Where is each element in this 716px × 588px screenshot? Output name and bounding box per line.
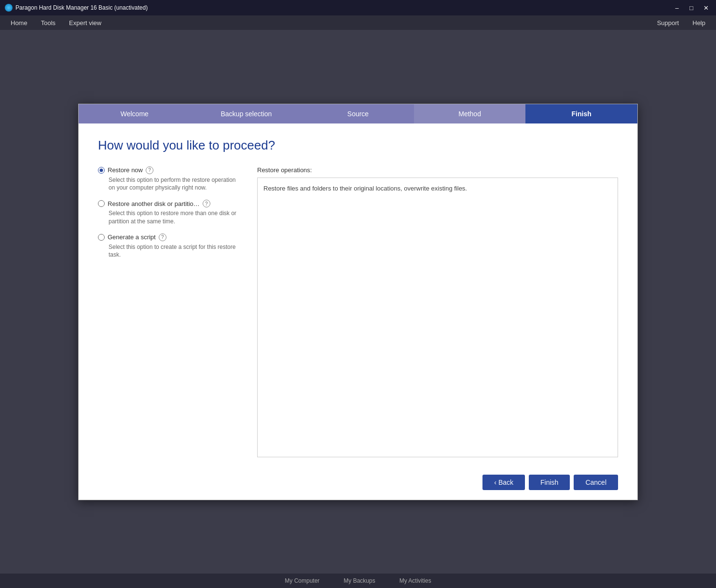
help-generate-script[interactable]: ? bbox=[159, 233, 166, 241]
option-row-restore-another: Restore another disk or partitio… ? bbox=[98, 200, 243, 207]
dialog-body: Restore now ? Select this option to perf… bbox=[98, 166, 618, 457]
radio-generate-script[interactable] bbox=[98, 234, 105, 241]
cancel-button[interactable]: Cancel bbox=[574, 475, 618, 490]
options-panel: Restore now ? Select this option to perf… bbox=[98, 166, 243, 457]
help-restore-now[interactable]: ? bbox=[146, 166, 153, 174]
app-icon bbox=[5, 4, 13, 12]
desc-restore-now: Select this option to perform the restor… bbox=[98, 176, 243, 192]
status-my-backups[interactable]: My Backups bbox=[339, 575, 380, 586]
dialog-content: How would you like to proceed? Restore n… bbox=[79, 123, 637, 467]
window-controls: – □ ✕ bbox=[671, 0, 712, 15]
minimize-button[interactable]: – bbox=[671, 3, 683, 13]
desc-generate-script: Select this option to create a script fo… bbox=[98, 243, 243, 260]
option-group-generate-script: Generate a script ? Select this option t… bbox=[98, 233, 243, 260]
operations-label: Restore operations: bbox=[257, 166, 618, 174]
menu-right: Support Help bbox=[650, 17, 712, 28]
step-method[interactable]: Method bbox=[414, 104, 526, 123]
operations-panel: Restore operations: Restore files and fo… bbox=[257, 166, 618, 457]
desc-restore-another: Select this option to restore more than … bbox=[98, 209, 243, 226]
title-bar: Paragon Hard Disk Manager 16 Basic (unac… bbox=[0, 0, 716, 15]
label-restore-now: Restore now bbox=[108, 166, 143, 174]
back-button[interactable]: ‹ Back bbox=[482, 475, 525, 490]
menu-expert-view[interactable]: Expert view bbox=[62, 17, 108, 28]
radio-restore-another[interactable] bbox=[98, 200, 105, 207]
dialog-footer: ‹ Back Finish Cancel bbox=[79, 467, 637, 500]
close-button[interactable]: ✕ bbox=[700, 3, 712, 13]
option-row-generate-script: Generate a script ? bbox=[98, 233, 243, 241]
maximize-button[interactable]: □ bbox=[685, 3, 698, 13]
step-welcome[interactable]: Welcome bbox=[79, 104, 191, 123]
operations-box: Restore files and folders to their origi… bbox=[257, 178, 618, 457]
option-row-restore-now: Restore now ? bbox=[98, 166, 243, 174]
step-source[interactable]: Source bbox=[302, 104, 414, 123]
help-restore-another[interactable]: ? bbox=[203, 200, 210, 207]
step-finish[interactable]: Finish bbox=[525, 104, 637, 123]
finish-button[interactable]: Finish bbox=[529, 475, 570, 490]
status-my-computer[interactable]: My Computer bbox=[280, 575, 324, 586]
operations-text: Restore files and folders to their origi… bbox=[263, 185, 467, 192]
option-group-restore-now: Restore now ? Select this option to perf… bbox=[98, 166, 243, 192]
menu-bar: Home Tools Expert view Support Help bbox=[0, 15, 716, 30]
app-area: Welcome Backup selection Source Method F… bbox=[0, 30, 716, 574]
menu-help[interactable]: Help bbox=[686, 17, 712, 28]
dialog-title: How would you like to proceed? bbox=[98, 138, 618, 153]
status-my-activities[interactable]: My Activities bbox=[395, 575, 436, 586]
menu-home[interactable]: Home bbox=[4, 17, 34, 28]
wizard-dialog: Welcome Backup selection Source Method F… bbox=[78, 104, 638, 500]
menu-tools[interactable]: Tools bbox=[34, 17, 62, 28]
menu-support[interactable]: Support bbox=[650, 17, 686, 28]
label-restore-another: Restore another disk or partitio… bbox=[108, 200, 200, 207]
title-bar-text: Paragon Hard Disk Manager 16 Basic (unac… bbox=[15, 4, 148, 11]
step-backup-selection[interactable]: Backup selection bbox=[191, 104, 303, 123]
radio-restore-now[interactable] bbox=[98, 167, 105, 174]
status-bar: My Computer My Backups My Activities bbox=[0, 574, 716, 588]
label-generate-script: Generate a script bbox=[108, 233, 156, 241]
wizard-steps: Welcome Backup selection Source Method F… bbox=[79, 104, 637, 123]
option-group-restore-another: Restore another disk or partitio… ? Sele… bbox=[98, 200, 243, 226]
